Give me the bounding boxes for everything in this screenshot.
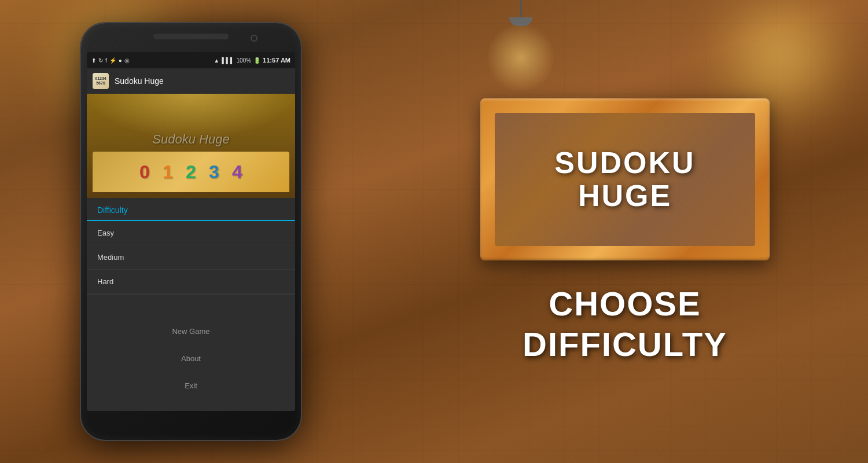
fb-icon: f xyxy=(105,57,107,64)
lamp-glow-1 xyxy=(486,23,556,93)
choose-line2: DIFFICULTY xyxy=(523,324,727,365)
app-bar: 012345678 Sudoku Huge xyxy=(87,68,295,94)
phone-device: ⬆ ↻ f ⚡ ● ◎ ▲ ▌▌▌ 100% 🔋 11:57 AM xyxy=(81,23,301,440)
game-title: Sudoku Huge xyxy=(152,132,229,147)
sync-icon: ↻ xyxy=(98,57,103,64)
new-game-button[interactable]: New Game xyxy=(87,318,295,345)
numbers-banner: 0 1 2 3 4 xyxy=(93,152,289,192)
choose-difficulty-text: CHOOSE DIFFICULTY xyxy=(523,284,727,364)
frame-title-line2: HUGE xyxy=(578,179,672,212)
lamp-1 xyxy=(509,0,532,26)
wifi-icon: ▲ xyxy=(214,57,219,64)
about-button[interactable]: About xyxy=(87,345,295,372)
frame-container: SUDOKU HUGE xyxy=(480,98,770,260)
status-icons-left: ⬆ ↻ f ⚡ ● ◎ xyxy=(91,57,130,64)
difficulty-easy[interactable]: Easy xyxy=(87,221,295,245)
bottom-menu: New Game About Exit xyxy=(87,295,295,411)
frame-outer: SUDOKU HUGE xyxy=(480,98,770,260)
menu-section: Difficulty Easy Medium Hard New Game Abo… xyxy=(87,198,295,411)
game-title-area: Sudoku Huge 0 1 2 3 4 xyxy=(87,94,295,198)
signal-icon: ▌▌▌ xyxy=(222,57,234,64)
messenger-icon: ◎ xyxy=(124,57,130,64)
app-icon-text: 012345678 xyxy=(95,76,106,85)
exit-button[interactable]: Exit xyxy=(87,372,295,399)
screen-content: Sudoku Huge 0 1 2 3 4 Difficulty xyxy=(87,94,295,411)
num-tile-2: 2 xyxy=(180,156,202,188)
difficulty-medium[interactable]: Medium xyxy=(87,245,295,270)
status-bar: ⬆ ↻ f ⚡ ● ◎ ▲ ▌▌▌ 100% 🔋 11:57 AM xyxy=(87,52,295,68)
phone-screen: ⬆ ↻ f ⚡ ● ◎ ▲ ▌▌▌ 100% 🔋 11:57 AM xyxy=(87,52,295,411)
phone-camera xyxy=(251,35,258,42)
app-bar-title: Sudoku Huge xyxy=(115,76,164,86)
num-tile-1: 1 xyxy=(157,156,179,188)
lamp-cord-1 xyxy=(520,0,522,17)
status-time: 11:57 AM xyxy=(263,57,290,64)
num-tile-3: 3 xyxy=(203,156,225,188)
status-right: ▲ ▌▌▌ 100% 🔋 11:57 AM xyxy=(214,57,290,64)
battery-label: 100% xyxy=(237,57,252,64)
num-tile-4: 4 xyxy=(226,156,248,188)
difficulty-options: Easy Medium Hard xyxy=(87,221,295,295)
right-section: SUDOKU HUGE CHOOSE DIFFICULTY xyxy=(382,0,868,463)
choose-line1: CHOOSE xyxy=(523,284,727,324)
battery-icon: 🔋 xyxy=(253,57,260,64)
whatsapp-icon: ● xyxy=(119,57,122,64)
difficulty-hard[interactable]: Hard xyxy=(87,270,295,294)
frame-inner: SUDOKU HUGE xyxy=(495,113,755,246)
phone-speaker xyxy=(153,34,229,39)
frame-title-line1: SUDOKU xyxy=(554,146,695,179)
difficulty-label: Difficulty xyxy=(97,205,128,215)
difficulty-header: Difficulty xyxy=(87,198,295,221)
app-icon: 012345678 xyxy=(93,73,109,89)
phone-section: ⬆ ↻ f ⚡ ● ◎ ▲ ▌▌▌ 100% 🔋 11:57 AM xyxy=(0,0,382,463)
num-tile-0: 0 xyxy=(134,156,156,188)
usb-icon: ⚡ xyxy=(109,57,116,64)
notification-icon: ⬆ xyxy=(91,57,96,64)
